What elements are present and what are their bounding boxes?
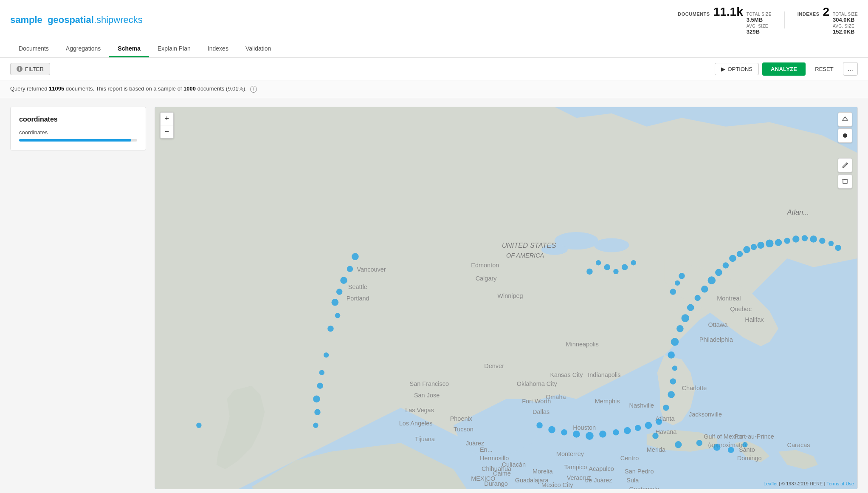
svg-point-80 — [313, 395, 320, 402]
svg-text:Seattle: Seattle — [348, 283, 367, 290]
svg-text:Centro: Centro — [620, 455, 639, 462]
tab-documents[interactable]: Documents — [10, 41, 57, 57]
svg-rect-141 — [843, 180, 847, 184]
svg-point-124 — [604, 264, 610, 270]
tab-indexes[interactable]: Indexes — [199, 41, 237, 57]
info-prefix: Query returned — [10, 85, 47, 92]
svg-point-92 — [645, 422, 652, 429]
field-title: coordinates — [19, 116, 137, 123]
stat-divider — [784, 11, 785, 28]
reset-button[interactable]: RESET — [809, 63, 839, 75]
svg-point-137 — [742, 442, 747, 447]
svg-point-87 — [586, 432, 594, 440]
svg-text:Halifax: Halifax — [745, 316, 764, 323]
svg-point-2 — [594, 238, 629, 252]
svg-point-101 — [681, 314, 689, 322]
tab-bar: Documents Aggregations Schema Explain Pl… — [10, 41, 858, 57]
svg-point-135 — [713, 444, 721, 451]
svg-text:Phoenix: Phoenix — [450, 415, 473, 422]
svg-text:Charlotte: Charlotte — [682, 385, 707, 391]
svg-text:Nashville: Nashville — [629, 402, 654, 409]
tab-validation[interactable]: Validation — [237, 41, 279, 57]
svg-text:Los Angeles: Los Angeles — [399, 419, 433, 426]
leaflet-link[interactable]: Leaflet — [764, 481, 778, 486]
svg-point-97 — [672, 366, 677, 371]
svg-point-89 — [613, 429, 619, 435]
edit-button[interactable] — [838, 158, 852, 173]
circle-tool-button[interactable] — [838, 128, 852, 143]
svg-text:OF AMERICA: OF AMERICA — [506, 252, 544, 258]
svg-marker-139 — [843, 117, 848, 120]
tab-explain-plan[interactable]: Explain Plan — [149, 41, 199, 57]
svg-text:Sula: Sula — [626, 477, 639, 484]
analyze-button[interactable]: ANALYZE — [762, 62, 806, 76]
svg-point-102 — [687, 304, 694, 311]
field-bar-container — [19, 139, 137, 142]
svg-text:Las Vegas: Las Vegas — [405, 406, 434, 413]
svg-text:San Pedro: San Pedro — [625, 468, 654, 475]
svg-text:Santo: Santo — [739, 446, 755, 453]
svg-point-140 — [843, 133, 847, 138]
svg-point-116 — [792, 235, 800, 243]
svg-point-95 — [668, 391, 675, 398]
svg-text:Edmonton: Edmonton — [471, 261, 499, 268]
svg-text:Havana: Havana — [655, 428, 677, 435]
svg-point-104 — [701, 286, 708, 293]
svg-point-91 — [635, 425, 641, 431]
zoom-out-button[interactable]: − — [161, 125, 173, 138]
svg-point-81 — [314, 409, 320, 415]
svg-text:Vancouver: Vancouver — [357, 266, 386, 273]
svg-point-84 — [548, 426, 555, 433]
svg-point-106 — [715, 269, 722, 276]
svg-point-122 — [586, 268, 592, 274]
left-panel: coordinates coordinates — [10, 107, 146, 489]
svg-point-90 — [624, 427, 631, 434]
map-right-controls — [838, 112, 852, 143]
svg-point-138 — [196, 422, 201, 428]
svg-text:Tampico: Tampico — [564, 464, 587, 470]
tab-aggregations[interactable]: Aggregations — [57, 41, 110, 57]
svg-point-105 — [707, 276, 716, 284]
indexes-total-size-value: 304.0KB — [833, 17, 858, 23]
terms-of-use-link[interactable]: Terms of Use — [826, 481, 854, 486]
attribution-here: | © 1987-2019 HERE | — [779, 481, 826, 486]
svg-text:Tijuana: Tijuana — [415, 436, 435, 442]
map-svg: Vancouver Seattle Portland San Francisco… — [155, 107, 857, 489]
zoom-in-button[interactable]: + — [161, 113, 173, 125]
svg-point-123 — [596, 260, 601, 265]
svg-point-103 — [694, 295, 700, 300]
svg-text:Montreal: Montreal — [717, 295, 741, 302]
total-size-value: 3.5MB — [747, 17, 772, 23]
svg-point-94 — [663, 405, 669, 411]
svg-point-98 — [668, 351, 675, 359]
svg-point-86 — [573, 431, 580, 438]
svg-text:Jacksonville: Jacksonville — [689, 411, 722, 418]
filter-button[interactable]: i FILTER — [10, 63, 50, 75]
polygon-tool-button[interactable] — [838, 112, 852, 127]
svg-text:Quebec: Quebec — [730, 306, 752, 312]
svg-point-76 — [327, 326, 333, 332]
trash-icon — [842, 178, 848, 185]
documents-value: 11.1k — [713, 5, 743, 19]
documents-stat: DOCUMENTS 11.1k TOTAL SIZE 3.5MB AVG. SI… — [678, 5, 771, 35]
polygon-icon — [842, 116, 848, 123]
svg-point-134 — [696, 439, 702, 445]
more-button[interactable]: ... — [843, 62, 858, 76]
map-zoom-controls: + − — [160, 112, 174, 139]
svg-text:Atlan...: Atlan... — [787, 208, 809, 216]
info-icon[interactable]: i — [250, 86, 257, 93]
svg-text:Tucson: Tucson — [454, 426, 473, 433]
delete-button[interactable] — [838, 174, 852, 189]
svg-point-120 — [829, 241, 834, 246]
tab-schema[interactable]: Schema — [109, 41, 149, 57]
field-bar — [19, 139, 131, 142]
svg-point-73 — [336, 289, 342, 295]
svg-point-93 — [656, 419, 662, 425]
svg-text:Winnipeg: Winnipeg — [497, 292, 523, 299]
svg-point-133 — [675, 441, 682, 448]
info-sample: 1000 — [183, 85, 196, 92]
svg-point-119 — [819, 238, 825, 244]
svg-text:Caracas: Caracas — [787, 442, 810, 448]
svg-point-132 — [652, 433, 658, 439]
options-button[interactable]: ▶ OPTIONS — [715, 63, 759, 75]
